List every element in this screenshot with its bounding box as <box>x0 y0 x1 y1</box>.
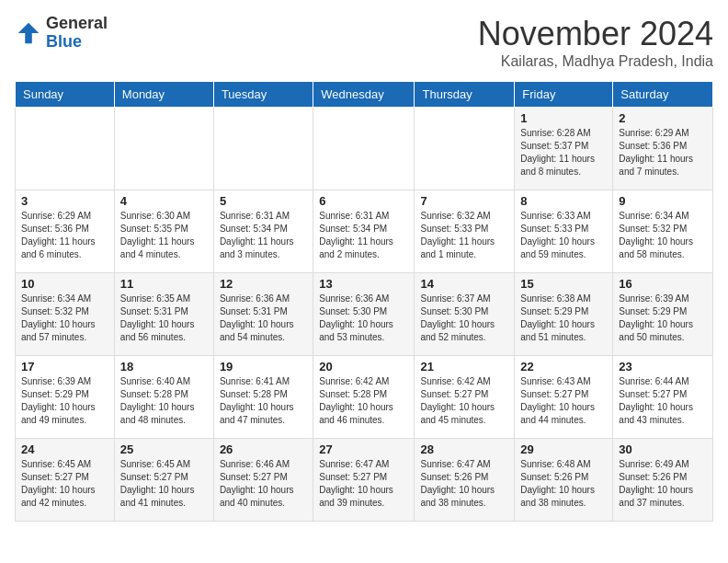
day-cell: 14Sunrise: 6:37 AM Sunset: 5:30 PM Dayli… <box>415 273 515 356</box>
day-cell: 27Sunrise: 6:47 AM Sunset: 5:27 PM Dayli… <box>313 439 415 522</box>
day-number: 27 <box>319 442 408 456</box>
day-number: 24 <box>21 442 108 456</box>
day-number: 5 <box>220 194 307 208</box>
day-info: Sunrise: 6:45 AM Sunset: 5:27 PM Dayligh… <box>120 458 208 510</box>
day-cell: 9Sunrise: 6:34 AM Sunset: 5:32 PM Daylig… <box>613 190 713 273</box>
day-number: 30 <box>619 442 707 456</box>
logo-icon <box>15 19 42 47</box>
title-area: November 2024 Kailaras, Madhya Pradesh, … <box>478 15 713 70</box>
day-cell: 21Sunrise: 6:42 AM Sunset: 5:27 PM Dayli… <box>415 356 515 439</box>
day-headers: SundayMondayTuesdayWednesdayThursdayFrid… <box>16 82 713 108</box>
day-header-wednesday: Wednesday <box>313 82 415 108</box>
day-cell <box>114 108 213 190</box>
day-cell: 5Sunrise: 6:31 AM Sunset: 5:34 PM Daylig… <box>213 190 313 273</box>
day-header-monday: Monday <box>114 82 213 108</box>
day-header-thursday: Thursday <box>415 82 515 108</box>
day-info: Sunrise: 6:33 AM Sunset: 5:33 PM Dayligh… <box>520 210 607 261</box>
day-info: Sunrise: 6:38 AM Sunset: 5:29 PM Dayligh… <box>520 293 607 344</box>
svg-marker-0 <box>18 23 40 44</box>
calendar-table: SundayMondayTuesdayWednesdayThursdayFrid… <box>15 81 713 522</box>
day-number: 28 <box>420 442 508 456</box>
day-cell: 19Sunrise: 6:41 AM Sunset: 5:28 PM Dayli… <box>213 356 313 439</box>
day-header-sunday: Sunday <box>16 82 115 108</box>
day-info: Sunrise: 6:40 AM Sunset: 5:28 PM Dayligh… <box>120 375 208 427</box>
day-number: 23 <box>619 360 707 373</box>
day-cell: 6Sunrise: 6:31 AM Sunset: 5:34 PM Daylig… <box>313 190 415 273</box>
day-info: Sunrise: 6:29 AM Sunset: 5:36 PM Dayligh… <box>21 210 108 261</box>
day-info: Sunrise: 6:49 AM Sunset: 5:26 PM Dayligh… <box>619 458 707 510</box>
day-info: Sunrise: 6:34 AM Sunset: 5:32 PM Dayligh… <box>619 210 707 261</box>
day-cell: 16Sunrise: 6:39 AM Sunset: 5:29 PM Dayli… <box>613 273 713 356</box>
day-info: Sunrise: 6:47 AM Sunset: 5:26 PM Dayligh… <box>420 458 508 510</box>
day-number: 1 <box>520 111 607 125</box>
day-info: Sunrise: 6:34 AM Sunset: 5:32 PM Dayligh… <box>21 293 108 344</box>
day-cell <box>415 108 515 190</box>
day-cell: 10Sunrise: 6:34 AM Sunset: 5:32 PM Dayli… <box>16 273 115 356</box>
day-number: 6 <box>319 194 408 208</box>
day-cell <box>213 108 313 190</box>
day-cell: 20Sunrise: 6:42 AM Sunset: 5:28 PM Dayli… <box>313 356 415 439</box>
day-number: 21 <box>420 360 508 373</box>
day-cell: 28Sunrise: 6:47 AM Sunset: 5:26 PM Dayli… <box>415 439 515 522</box>
day-cell: 30Sunrise: 6:49 AM Sunset: 5:26 PM Dayli… <box>613 439 713 522</box>
day-info: Sunrise: 6:37 AM Sunset: 5:30 PM Dayligh… <box>420 293 508 344</box>
day-info: Sunrise: 6:36 AM Sunset: 5:30 PM Dayligh… <box>319 293 408 344</box>
day-number: 7 <box>420 194 508 208</box>
day-number: 4 <box>120 194 208 208</box>
day-number: 26 <box>220 442 307 456</box>
day-number: 19 <box>220 360 307 373</box>
day-cell: 4Sunrise: 6:30 AM Sunset: 5:35 PM Daylig… <box>114 190 213 273</box>
day-number: 18 <box>120 360 208 373</box>
day-cell: 23Sunrise: 6:44 AM Sunset: 5:27 PM Dayli… <box>613 356 713 439</box>
day-cell: 3Sunrise: 6:29 AM Sunset: 5:36 PM Daylig… <box>16 190 115 273</box>
day-info: Sunrise: 6:31 AM Sunset: 5:34 PM Dayligh… <box>220 210 307 261</box>
day-cell: 1Sunrise: 6:28 AM Sunset: 5:37 PM Daylig… <box>515 108 613 190</box>
day-cell: 17Sunrise: 6:39 AM Sunset: 5:29 PM Dayli… <box>16 356 115 439</box>
day-info: Sunrise: 6:36 AM Sunset: 5:31 PM Dayligh… <box>220 293 307 344</box>
day-cell <box>313 108 415 190</box>
day-info: Sunrise: 6:45 AM Sunset: 5:27 PM Dayligh… <box>21 458 108 510</box>
day-info: Sunrise: 6:48 AM Sunset: 5:26 PM Dayligh… <box>520 458 607 510</box>
day-cell: 11Sunrise: 6:35 AM Sunset: 5:31 PM Dayli… <box>114 273 213 356</box>
day-number: 29 <box>520 442 607 456</box>
day-number: 12 <box>220 277 307 291</box>
day-info: Sunrise: 6:43 AM Sunset: 5:27 PM Dayligh… <box>520 375 607 427</box>
day-info: Sunrise: 6:42 AM Sunset: 5:27 PM Dayligh… <box>420 375 508 427</box>
day-number: 13 <box>319 277 408 291</box>
day-cell: 18Sunrise: 6:40 AM Sunset: 5:28 PM Dayli… <box>114 356 213 439</box>
day-info: Sunrise: 6:44 AM Sunset: 5:27 PM Dayligh… <box>619 375 707 427</box>
week-row-2: 3Sunrise: 6:29 AM Sunset: 5:36 PM Daylig… <box>16 190 713 273</box>
week-row-3: 10Sunrise: 6:34 AM Sunset: 5:32 PM Dayli… <box>16 273 713 356</box>
day-number: 10 <box>21 277 108 291</box>
day-cell: 8Sunrise: 6:33 AM Sunset: 5:33 PM Daylig… <box>515 190 613 273</box>
day-number: 3 <box>21 194 108 208</box>
day-info: Sunrise: 6:30 AM Sunset: 5:35 PM Dayligh… <box>120 210 208 261</box>
day-number: 15 <box>520 277 607 291</box>
day-number: 8 <box>520 194 607 208</box>
day-number: 9 <box>619 194 707 208</box>
day-info: Sunrise: 6:47 AM Sunset: 5:27 PM Dayligh… <box>319 458 408 510</box>
day-info: Sunrise: 6:28 AM Sunset: 5:37 PM Dayligh… <box>520 127 607 178</box>
day-number: 16 <box>619 277 707 291</box>
logo-blue: Blue <box>46 33 108 52</box>
day-number: 14 <box>420 277 508 291</box>
day-cell: 24Sunrise: 6:45 AM Sunset: 5:27 PM Dayli… <box>16 439 115 522</box>
day-cell: 25Sunrise: 6:45 AM Sunset: 5:27 PM Dayli… <box>114 439 213 522</box>
logo-text: General Blue <box>46 15 108 52</box>
logo-general: General <box>46 15 108 33</box>
day-header-friday: Friday <box>515 82 613 108</box>
day-cell: 22Sunrise: 6:43 AM Sunset: 5:27 PM Dayli… <box>515 356 613 439</box>
day-info: Sunrise: 6:39 AM Sunset: 5:29 PM Dayligh… <box>21 375 108 427</box>
day-number: 25 <box>120 442 208 456</box>
day-number: 22 <box>520 360 607 373</box>
day-info: Sunrise: 6:41 AM Sunset: 5:28 PM Dayligh… <box>220 375 307 427</box>
logo: General Blue <box>15 15 108 52</box>
day-number: 11 <box>120 277 208 291</box>
day-cell: 29Sunrise: 6:48 AM Sunset: 5:26 PM Dayli… <box>515 439 613 522</box>
week-row-1: 1Sunrise: 6:28 AM Sunset: 5:37 PM Daylig… <box>16 108 713 190</box>
header: General Blue November 2024 Kailaras, Mad… <box>15 15 713 70</box>
location-title: Kailaras, Madhya Pradesh, India <box>478 53 713 70</box>
day-number: 20 <box>319 360 408 373</box>
day-header-saturday: Saturday <box>613 82 713 108</box>
day-number: 17 <box>21 360 108 373</box>
